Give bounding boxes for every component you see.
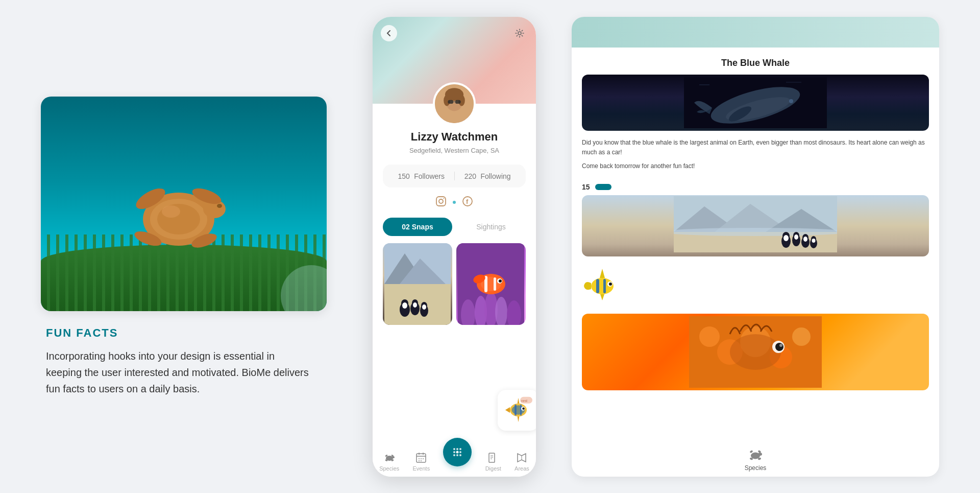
svg-point-82 [453, 454, 455, 456]
svg-marker-54 [517, 398, 519, 404]
phone-mockup: Lizzy Watchmen Sedgefield, Western Cape,… [373, 17, 536, 477]
angel-fish [582, 265, 623, 306]
svg-point-130 [775, 343, 783, 351]
come-back-text: Come back tomorrow for another fun fact! [582, 161, 929, 171]
svg-marker-118 [600, 269, 605, 278]
tabs-row: 02 Snaps Sightings [383, 218, 526, 236]
svg-point-94 [789, 99, 793, 103]
species-icon [383, 452, 396, 464]
penguins-image [384, 243, 451, 325]
svg-point-77 [456, 448, 458, 450]
svg-point-9 [162, 205, 180, 218]
fun-facts-section: FUN FACTS Incorporating hooks into your … [41, 326, 337, 397]
svg-marker-119 [600, 294, 604, 300]
snap-penguins[interactable] [383, 243, 452, 325]
svg-point-121 [609, 283, 612, 286]
svg-point-36 [422, 304, 426, 310]
svg-point-114 [812, 239, 816, 243]
svg-point-30 [402, 302, 407, 309]
teal-pill [595, 184, 611, 190]
turtle-card [41, 97, 327, 311]
svg-point-127 [792, 327, 811, 346]
right-header [572, 17, 939, 48]
svg-rect-46 [494, 277, 496, 291]
social-icons: f [435, 196, 473, 209]
settings-button[interactable] [511, 25, 528, 41]
instagram-icon[interactable] [435, 196, 447, 209]
followers-count: 150 Followers [398, 172, 445, 180]
nav-digest[interactable]: Digest [485, 452, 501, 472]
svg-point-75 [421, 460, 422, 461]
svg-rect-52 [514, 405, 517, 416]
center-icon [450, 445, 464, 459]
following-count: 220 Following [464, 172, 511, 180]
clownfish-image [458, 243, 524, 325]
colorful-fish-image [582, 314, 929, 390]
snap-clownfish[interactable] [456, 243, 526, 325]
beach-penguins-image [582, 195, 929, 256]
svg-rect-53 [520, 405, 522, 416]
events-icon [415, 452, 427, 464]
blue-whale-section: The Blue Whale [572, 48, 939, 179]
back-icon [385, 30, 393, 37]
avatar [433, 82, 476, 125]
profile-header [373, 17, 536, 104]
svg-point-128 [730, 334, 781, 370]
left-section: FUN FACTS Incorporating hooks into your … [41, 97, 337, 397]
svg-point-102 [674, 228, 837, 236]
right-species-tab[interactable]: Species [745, 447, 767, 472]
sightings-tab[interactable]: Sightings [456, 218, 526, 236]
events-label: Events [413, 465, 430, 472]
svg-rect-16 [448, 100, 453, 103]
avatar-container [433, 82, 476, 125]
svg-point-84 [459, 454, 461, 456]
snaps-tab[interactable]: 02 Snaps [383, 218, 452, 236]
right-content: The Blue Whale [572, 48, 939, 477]
areas-icon [516, 452, 528, 464]
svg-point-72 [421, 458, 422, 459]
nav-species[interactable]: Species [379, 452, 399, 472]
svg-point-4 [217, 204, 222, 208]
back-button[interactable] [381, 25, 397, 41]
right-species-label: Species [745, 464, 767, 472]
follower-divider [454, 172, 455, 180]
svg-point-131 [779, 344, 782, 347]
followers-box: 150 Followers 220 Following [383, 165, 526, 187]
svg-point-21 [444, 198, 445, 199]
blue-whale-title: The Blue Whale [582, 58, 929, 68]
svg-point-33 [413, 302, 417, 308]
social-separator [453, 201, 456, 204]
svg-point-76 [453, 448, 455, 450]
nav-center-button[interactable] [443, 438, 472, 466]
settings-icon [515, 29, 524, 38]
svg-point-80 [456, 451, 459, 453]
svg-point-79 [453, 451, 455, 453]
angel-fish-sticker: nest [504, 396, 532, 424]
svg-point-123 [699, 326, 720, 347]
whale-image [582, 75, 929, 131]
svg-rect-116 [596, 279, 599, 293]
whale-fact: Did you know that the blue whale is the … [582, 138, 929, 157]
right-species-icon [747, 447, 764, 463]
right-bottom [572, 314, 939, 441]
whale-svg [684, 77, 827, 128]
svg-point-81 [459, 451, 461, 453]
areas-label: Areas [514, 465, 529, 472]
digest-icon [487, 452, 499, 464]
svg-rect-19 [436, 197, 446, 206]
orange-fish-svg [689, 316, 822, 388]
bottom-nav: Species [373, 436, 536, 477]
fun-facts-text: Incorporating hooks into your design is … [46, 348, 311, 397]
angel-fish-svg [582, 265, 623, 306]
nav-areas[interactable]: Areas [514, 452, 529, 472]
turtle-scene [41, 97, 327, 311]
fish-right-section [572, 256, 939, 314]
svg-point-58 [522, 407, 525, 410]
svg-point-83 [456, 454, 458, 456]
nav-events[interactable]: Events [413, 452, 430, 472]
svg-point-10 [518, 32, 521, 35]
facebook-icon[interactable]: f [462, 196, 473, 209]
fish-sticker: nest [498, 390, 536, 431]
svg-marker-55 [517, 416, 519, 422]
turtle-svg [112, 163, 245, 265]
